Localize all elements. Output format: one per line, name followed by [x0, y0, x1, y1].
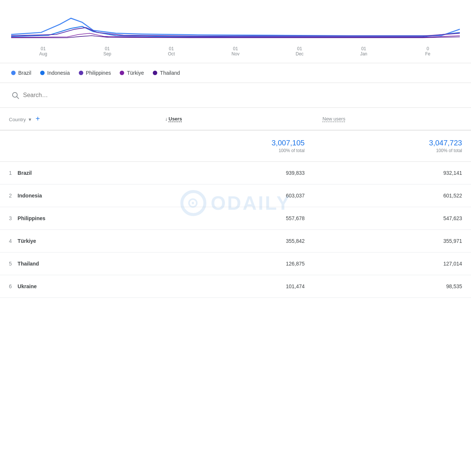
td-new-users-6: 98,535: [314, 275, 471, 298]
line-chart: [11, 0, 460, 45]
x-label-sep: 01 Sep: [100, 46, 115, 57]
legend-label-brazil: Brazil: [18, 70, 31, 76]
td-users-6: 101,474: [156, 275, 314, 298]
total-new-users-pct: 100% of total: [323, 148, 462, 153]
th-users-label: Users: [169, 116, 182, 122]
country-name-6: Ukraine: [17, 283, 36, 289]
country-name-3: Philippines: [17, 215, 45, 221]
td-users-2: 603,037: [156, 184, 314, 207]
td-new-users-1: 932,141: [314, 162, 471, 184]
td-new-users-2: 601,522: [314, 184, 471, 207]
table-header-row: Country ▾ + ↓Users New users: [0, 108, 471, 130]
td-users-5: 126,875: [156, 253, 314, 275]
legend-dot-indonesia: [40, 71, 45, 75]
x-month-jan: Jan: [360, 51, 367, 57]
total-users-value: 3,007,105: [165, 139, 305, 147]
table-row[interactable]: 3 Philippines 557,678 547,623: [0, 207, 471, 230]
legend-item-thailand[interactable]: Thailand: [153, 70, 180, 76]
table-row[interactable]: 2 Indonesia 603,037 601,522: [0, 184, 471, 207]
chart-legend: Brazil Indonesia Philippines Türkiye Tha…: [0, 63, 471, 83]
td-rank: 1 Brazil: [0, 162, 156, 184]
td-new-users-4: 355,971: [314, 230, 471, 253]
x-month-feb: Fe: [425, 51, 430, 57]
country-name-4: Türkiye: [17, 238, 36, 244]
country-name-2: Indonesia: [17, 193, 42, 199]
td-rank: 5 Thailand: [0, 253, 156, 275]
legend-item-turkiye[interactable]: Türkiye: [120, 70, 144, 76]
td-rank: 2 Indonesia: [0, 184, 156, 207]
x-month-sep: Sep: [103, 51, 111, 57]
x-date-sep: 01: [105, 46, 110, 51]
td-users-1: 939,833: [156, 162, 314, 184]
x-date-feb: 0: [426, 46, 429, 51]
x-date-aug: 01: [41, 46, 46, 51]
td-rank: 4 Türkiye: [0, 230, 156, 253]
sort-desc-icon: ↓: [165, 116, 168, 122]
x-label-aug: 01 Aug: [36, 46, 51, 57]
data-table: Country ▾ + ↓Users New users 3,007,105 1…: [0, 108, 471, 298]
x-label-dec: 01 Dec: [292, 46, 307, 57]
legend-label-turkiye: Türkiye: [127, 70, 144, 76]
rank-1: 1: [9, 170, 12, 176]
x-date-nov: 01: [233, 46, 238, 51]
legend-dot-brazil: [11, 71, 16, 75]
total-new-users-value: 3,047,723: [323, 139, 462, 147]
chart-area: 01 Aug 01 Sep 01 Oct 01 Nov 01 Dec 01 Ja…: [0, 0, 471, 63]
add-dimension-button[interactable]: +: [36, 115, 40, 123]
legend-label-philippines: Philippines: [86, 70, 111, 76]
td-users-4: 355,842: [156, 230, 314, 253]
legend-dot-thailand: [153, 71, 157, 75]
table-row[interactable]: 5 Thailand 126,875 127,014: [0, 253, 471, 275]
td-total-users: 3,007,105 100% of total: [156, 130, 314, 162]
legend-item-philippines[interactable]: Philippines: [79, 70, 111, 76]
td-rank: 3 Philippines: [0, 207, 156, 230]
legend-dot-turkiye: [120, 71, 124, 75]
search-area: [0, 83, 471, 108]
country-name-1: Brazil: [17, 170, 32, 176]
x-date-dec: 01: [297, 46, 302, 51]
legend-label-indonesia: Indonesia: [47, 70, 70, 76]
legend-item-brazil[interactable]: Brazil: [11, 70, 31, 76]
legend-item-indonesia[interactable]: Indonesia: [40, 70, 70, 76]
rank-3: 3: [9, 215, 12, 221]
table-header: Country ▾ + ↓Users New users: [0, 108, 471, 130]
table-body: 3,007,105 100% of total 3,047,723 100% o…: [0, 130, 471, 298]
total-users-pct: 100% of total: [165, 148, 305, 153]
x-label-feb: 0 Fe: [420, 46, 435, 57]
x-month-dec: Dec: [296, 51, 303, 57]
x-label-oct: 01 Oct: [164, 46, 179, 57]
td-total-label: [0, 130, 156, 162]
x-label-jan: 01 Jan: [356, 46, 371, 57]
x-label-nov: 01 Nov: [228, 46, 243, 57]
td-total-new-users: 3,047,723 100% of total: [314, 130, 471, 162]
x-month-aug: Aug: [39, 51, 47, 57]
x-date-oct: 01: [169, 46, 174, 51]
country-name-5: Thailand: [17, 261, 39, 267]
svg-line-1: [17, 97, 19, 99]
search-input[interactable]: [23, 92, 135, 99]
chart-x-axis: 01 Aug 01 Sep 01 Oct 01 Nov 01 Dec 01 Ja…: [11, 45, 460, 57]
total-row: 3,007,105 100% of total 3,047,723 100% o…: [0, 130, 471, 162]
th-country-label: Country: [9, 117, 26, 122]
rank-2: 2: [9, 193, 12, 199]
rank-5: 5: [9, 261, 12, 267]
x-month-nov: Nov: [232, 51, 239, 57]
th-country[interactable]: Country ▾ +: [0, 108, 156, 130]
th-users[interactable]: ↓Users: [156, 108, 314, 130]
x-date-jan: 01: [361, 46, 366, 51]
legend-dot-philippines: [79, 71, 83, 75]
rank-4: 4: [9, 238, 12, 244]
td-new-users-3: 547,623: [314, 207, 471, 230]
th-new-users[interactable]: New users: [314, 108, 471, 130]
table-row[interactable]: 4 Türkiye 355,842 355,971: [0, 230, 471, 253]
legend-label-thailand: Thailand: [160, 70, 180, 76]
td-new-users-5: 127,014: [314, 253, 471, 275]
rank-6: 6: [9, 283, 12, 289]
td-rank: 6 Ukraine: [0, 275, 156, 298]
td-users-3: 557,678: [156, 207, 314, 230]
table-row[interactable]: 1 Brazil 939,833 932,141: [0, 162, 471, 184]
chevron-down-icon[interactable]: ▾: [29, 116, 31, 122]
th-new-users-label: New users: [323, 116, 345, 122]
x-month-oct: Oct: [168, 51, 175, 57]
table-row[interactable]: 6 Ukraine 101,474 98,535: [0, 275, 471, 298]
